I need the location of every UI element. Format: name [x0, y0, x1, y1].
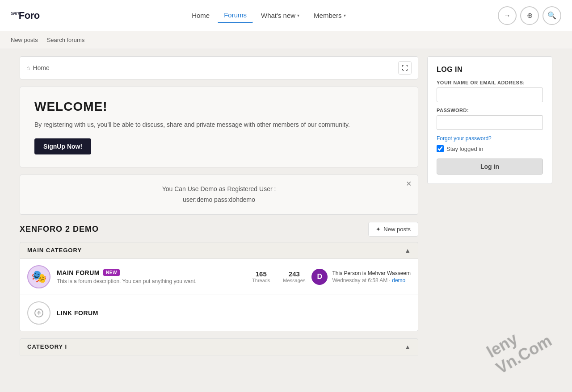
forum-description: This is a forum description. You can put…: [57, 278, 244, 284]
collapse-icon-i[interactable]: ▲: [404, 343, 411, 350]
username-label: YOUR NAME OR EMAIL ADDRESS:: [437, 80, 543, 85]
forum-stats: 165 Threads 243 Messages: [250, 270, 305, 283]
forum-info-main: MAIN FORUM NEW This is a forum descripti…: [57, 269, 244, 284]
main-container: ⌂ Home ⛶ WELCOME! By registering with us…: [9, 49, 563, 370]
login-submit-button[interactable]: Log in: [437, 158, 543, 175]
expand-button[interactable]: ⛶: [398, 61, 412, 75]
category-title-i: CATEGORY I: [27, 343, 67, 350]
password-label: PASSWORD:: [437, 108, 543, 113]
stay-logged-checkbox[interactable]: [437, 145, 444, 152]
sidebar: LOG IN YOUR NAME OR EMAIL ADDRESS: PASSW…: [427, 56, 552, 363]
subnav-new-posts[interactable]: New posts: [11, 37, 38, 43]
forum-info-link: LINK FORUM: [57, 309, 411, 317]
breadcrumb: ⌂ Home ⛶: [20, 56, 418, 79]
nav-home[interactable]: Home: [185, 8, 216, 23]
site-logo: xenForo: [11, 10, 40, 21]
latest-meta: Wednesday at 6:58 AM · demo: [332, 277, 411, 284]
welcome-title: WELCOME!: [34, 100, 404, 114]
collapse-icon[interactable]: ▲: [404, 247, 411, 254]
content-area: ⌂ Home ⛶ WELCOME! By registering with us…: [20, 56, 418, 363]
category-header-main: MAIN CATEGORY ▲: [20, 242, 418, 259]
breadcrumb-home[interactable]: Home: [33, 64, 49, 71]
forum-row-link: LINK FORUM: [20, 295, 418, 331]
latest-user[interactable]: demo: [392, 277, 405, 284]
forum-avatar-main: 🎭: [27, 265, 50, 288]
username-input[interactable]: [437, 88, 543, 102]
messages-label: Messages: [283, 278, 305, 283]
welcome-description: By registering with us, you'll be able t…: [34, 120, 404, 129]
category-header-i: CATEGORY I ▲: [20, 338, 418, 355]
stay-logged-label: Stay logged in: [446, 146, 483, 152]
latest-info: This Person is Mehvar Wasseem Wednesday …: [332, 270, 411, 284]
messages-count: 243: [283, 270, 305, 278]
stat-messages: 243 Messages: [283, 270, 305, 283]
latest-time: Wednesday at 6:58 AM: [332, 277, 387, 284]
header: xenForo Home Forums What's new ▾ Members…: [0, 0, 572, 31]
register-icon: ⊕: [527, 11, 533, 20]
chevron-down-icon: ▾: [297, 13, 299, 18]
login-button[interactable]: →: [498, 6, 517, 25]
forum-latest: D This Person is Mehvar Wasseem Wednesda…: [311, 269, 411, 285]
latest-initial: D: [317, 273, 323, 281]
category-title-main: MAIN CATEGORY: [27, 247, 82, 254]
header-actions: → ⊕ 🔍: [498, 6, 561, 25]
close-button[interactable]: ✕: [406, 179, 412, 188]
search-button[interactable]: 🔍: [543, 6, 561, 25]
login-box: LOG IN YOUR NAME OR EMAIL ADDRESS: PASSW…: [427, 56, 552, 184]
nav-whats-new-label: What's new: [261, 12, 295, 19]
nav-forums[interactable]: Forums: [218, 8, 253, 23]
link-forum-name-text: LINK FORUM: [57, 309, 98, 317]
new-posts-label: New posts: [383, 226, 411, 233]
forums-section-title: XENFORO 2 DEMO: [20, 225, 99, 234]
new-badge: NEW: [103, 269, 120, 276]
chevron-down-icon: ▾: [344, 13, 346, 18]
link-forum-name[interactable]: LINK FORUM: [57, 309, 411, 317]
nav-members[interactable]: Members ▾: [307, 8, 352, 23]
star-icon: ✦: [376, 226, 381, 233]
section-header: XENFORO 2 DEMO ✦ New posts: [20, 222, 418, 237]
forum-name-text: MAIN FORUM: [57, 269, 100, 276]
threads-label: Threads: [250, 278, 272, 283]
subnav: New posts Search forums: [0, 31, 572, 49]
login-title: LOG IN: [437, 66, 543, 74]
demo-line2: user:demo pass:dohdemo: [38, 195, 400, 205]
welcome-banner: WELCOME! By registering with us, you'll …: [20, 87, 418, 167]
register-button[interactable]: ⊕: [520, 6, 539, 25]
stat-threads: 165 Threads: [250, 270, 272, 283]
signup-button[interactable]: SignUp Now!: [34, 138, 91, 154]
threads-count: 165: [250, 270, 272, 278]
new-posts-button[interactable]: ✦ New posts: [368, 222, 418, 237]
nav-whats-new[interactable]: What's new ▾: [255, 8, 306, 23]
category-main: MAIN CATEGORY ▲ 🎭 MAIN FORUM NEW This is…: [20, 242, 418, 331]
latest-post-title[interactable]: This Person is Mehvar Wasseem: [332, 270, 411, 276]
main-nav: Home Forums What's new ▾ Members ▾: [185, 8, 352, 23]
expand-icon: ⛶: [402, 64, 408, 71]
category-i: CATEGORY I ▲: [20, 338, 418, 355]
nav-members-label: Members: [314, 12, 342, 19]
latest-avatar: D: [311, 269, 328, 285]
forum-row-main: 🎭 MAIN FORUM NEW This is a forum descrip…: [20, 259, 418, 295]
stay-logged-in: Stay logged in: [437, 145, 543, 152]
demo-line1: You Can Use Demo as Registered User :: [38, 184, 400, 195]
subnav-search-forums[interactable]: Search forums: [47, 37, 85, 43]
password-input[interactable]: [437, 115, 543, 130]
demo-notice: ✕ You Can Use Demo as Registered User : …: [20, 175, 418, 215]
forgot-password-link[interactable]: Forgot your password?: [437, 135, 543, 142]
search-icon: 🔍: [547, 11, 556, 20]
link-forum-icon: [27, 301, 50, 325]
login-icon: →: [504, 12, 511, 20]
home-icon: ⌂: [26, 64, 30, 71]
forum-name-main[interactable]: MAIN FORUM NEW: [57, 269, 244, 276]
